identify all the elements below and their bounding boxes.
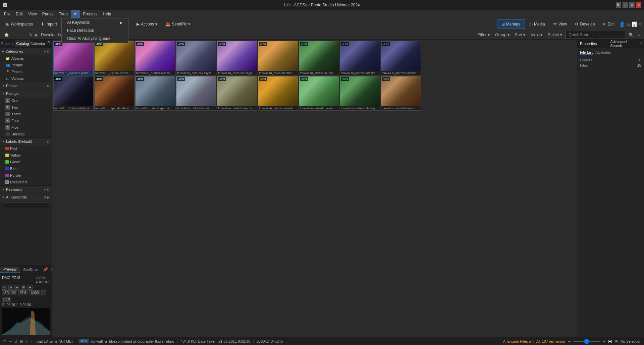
keywords-header[interactable]: ▼ Keywords + ⚙ [0,186,52,193]
forward-button[interactable]: → [20,32,26,38]
window-controls[interactable]: 🔍 ─ ⧉ ✕ [616,2,641,8]
home-button[interactable]: 🏠 [3,32,10,38]
preview-close-icon[interactable]: ✕ [49,267,52,272]
people-gear-icon[interactable]: ⚙ [47,84,50,88]
rating-one[interactable]: 1 One [0,97,52,104]
view-action-button[interactable]: View ▾ [529,31,544,39]
refresh-button[interactable]: ↻ [28,32,34,38]
sidebar-close[interactable]: ✕ [46,40,52,47]
thumb-table-fork-woo[interactable]: JPG fonwall.ru_table-fork-woo... [299,76,339,111]
thumb-horizon-archite2[interactable]: JPG fonwall.ru_horizon-archite... [381,41,421,75]
label-red[interactable]: Red [0,145,52,152]
status-tool4[interactable]: ⊕ [19,339,23,344]
ai-keywords-gear-icon[interactable]: ⚙ [43,195,46,199]
tab-folders[interactable]: Folders [0,40,15,47]
sort-button[interactable]: Sort ▾ [513,31,527,39]
label-purple[interactable]: Purple [0,172,52,179]
status-zoom-out[interactable]: − [568,339,571,344]
thumb-cars-city[interactable]: JPG fonwall.ru_cars-city-citysc... [176,41,216,75]
preview-pin-icon[interactable]: 📌 [42,267,49,272]
sendpix-button[interactable]: 📤 SendPix ▾ [162,19,194,29]
close-btn[interactable]: ✕ [636,2,641,8]
manage-button[interactable]: ⊞ Manage [497,19,525,29]
thumb-blyudo[interactable]: JPG fonwall.ru_blyudo-pishch... [94,41,135,75]
thumb-cities-manhatt[interactable]: JPG fonwall.ru_cities-manhatt... [258,41,298,75]
menu-file[interactable]: File [1,10,13,18]
thumb-horizon-archite1[interactable]: JPG fonwall.ru_horizon-archite... [340,41,380,75]
search-options-button[interactable]: ≡ [636,31,641,39]
file-grid[interactable]: JPG fonwall.ru_blossom-plant-... JPG fon… [52,40,577,337]
select-button[interactable]: Select ▾ [546,31,564,39]
sidebar-item-albums[interactable]: 📁 Albums [0,55,52,62]
ai-keywords-collapse-icon[interactable]: ▶ [47,195,50,199]
properties-tab[interactable]: Properties [577,42,608,46]
status-zoom-in[interactable]: + [603,339,605,344]
thumb-landscape-natu[interactable]: JPG fonwall.ru_landscape-natu... [135,76,175,111]
ratings-header[interactable]: ▼ Ratings [0,90,52,97]
search-btn[interactable]: 🔍 [616,2,621,8]
right-panel-collapse-icon[interactable]: ✕ [638,41,644,46]
thumb-japan-landscap[interactable]: JPG fonwall.ru_japan-landscap... [94,76,135,111]
sidebar-item-places[interactable]: 📍 Places [0,68,52,75]
group-button[interactable]: Group ▾ [493,31,512,39]
minimize-btn[interactable]: ─ [623,2,628,8]
label-green[interactable]: Green [0,159,52,165]
status-list-view[interactable]: ≡ [615,339,618,344]
status-tool5[interactable]: ▷ [25,339,29,344]
sidebar-item-various[interactable]: 🏷 Various [0,75,52,82]
sidebar-item-people[interactable]: 👥 People [0,62,52,68]
status-tool3[interactable]: ↺ [14,339,18,344]
clear-ai-item[interactable]: Clear AI Analysis Queue [62,35,128,43]
menu-tools[interactable]: Tools [56,10,71,18]
menu-process[interactable]: Process [80,10,100,18]
face-detection-item[interactable]: Face Detection [62,26,128,35]
workspaces-button[interactable]: ⊞ Workspaces [3,19,36,29]
thumb-dish-meal-foo[interactable]: JPG fonwall.ru_dish-meal-foo... [299,41,339,75]
categories-add-icon[interactable]: + [44,50,46,53]
actions-button[interactable]: ▶ Actions ▾ [133,19,161,29]
advanced-search-tab[interactable]: Advanced Search [608,40,638,48]
search-icon-button[interactable]: 🔍 [627,31,635,39]
label-unlabeled[interactable]: Unlabeled [0,179,52,185]
back-button[interactable]: ← [12,32,18,38]
thumb-pot-dish-meal[interactable]: JPG fonwall.ru_pot-dish-meal-... [258,76,298,111]
thumb-white-flower-o[interactable]: JPG fonwall.ru_white-flower-o... [381,76,421,111]
rating-three[interactable]: 3 Three [0,111,52,117]
path-downloads[interactable]: Downloads [40,32,62,38]
quick-search-input[interactable] [566,31,626,39]
file-list-tab[interactable]: File List [580,50,593,55]
menu-panes[interactable]: Panes [40,10,56,18]
ai-keywords-search-input[interactable] [3,202,49,208]
rating-unrated[interactable]: ✕ Unrated [0,131,52,137]
menu-edit[interactable]: Edit [13,10,25,18]
tab-calendar[interactable]: Calendar [30,40,46,47]
menu-view[interactable]: View [25,10,40,18]
label-yellow[interactable]: Yellow [0,152,52,159]
zoom-slider[interactable] [573,341,600,342]
tab-catalog[interactable]: Catalog [15,40,30,47]
filter-button[interactable]: Filter ▾ [476,31,492,39]
thumb-branch-blosso[interactable]: JPG fonwall.ru_branch-blosso... [135,41,175,75]
thumb-pedestrian-roa[interactable]: JPG fonwall.ru_pedestrian-roa... [217,76,257,111]
thumb-water-nature-g[interactable]: JPG fonwall.ru_water-nature-g... [340,76,380,111]
ai-keywords-header[interactable]: ▼ AI Keywords ⚙ ▶ [0,193,52,201]
preview-tab-seedrive[interactable]: SeeDrive [20,267,42,272]
categories-header[interactable]: ▶ Categories + ⚙ [0,48,52,55]
media-button[interactable]: ▷ Media [526,19,548,29]
import-button[interactable]: ⬇ Import [38,19,60,29]
thumb-blossom-plant[interactable]: JPG fonwall.ru_blossom-plant-... [53,41,94,75]
restore-btn[interactable]: ⧉ [629,2,635,8]
menu-ai[interactable]: AI [71,10,80,18]
menu-help[interactable]: Help [100,10,114,18]
label-blue[interactable]: Blue [0,165,52,172]
thumb-outdoor-moun[interactable]: JPG fonwall.ru_outdoor-moun... [176,76,216,111]
keywords-gear-icon[interactable]: ⚙ [47,188,50,191]
status-grid-view[interactable]: ⊞ [608,339,612,344]
people-header[interactable]: ▼ People ⚙ [0,82,52,90]
status-tool1[interactable]: ◻ [3,339,7,344]
rating-five[interactable]: 5 Five [0,124,52,131]
view-button[interactable]: 👁 View [550,19,571,29]
categories-gear-icon[interactable]: ⚙ [47,50,50,53]
edit-button[interactable]: ✏ Edit [599,19,618,29]
thumb-horizon-skyline[interactable]: JPG fonwall.ru_horizon-skyline... [53,76,94,111]
